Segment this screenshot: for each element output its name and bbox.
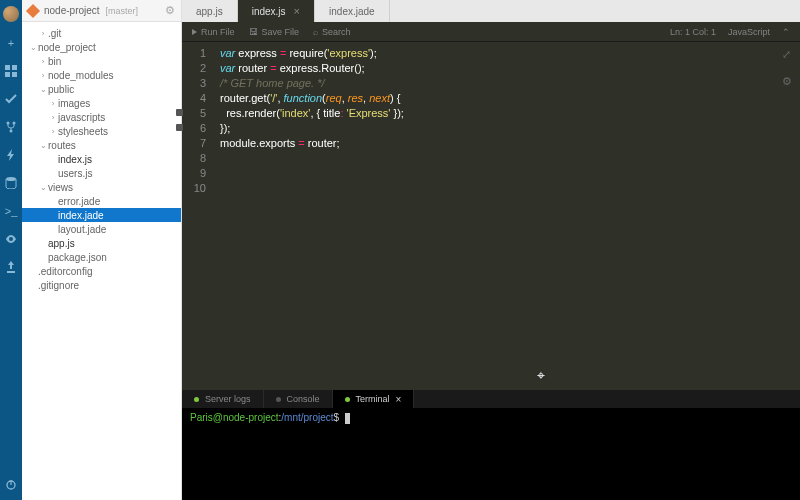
grid-icon[interactable] bbox=[4, 64, 18, 78]
tree-item[interactable]: package.json bbox=[22, 250, 181, 264]
chevron-up-icon[interactable]: ⌃ bbox=[782, 27, 790, 37]
eye-icon[interactable] bbox=[4, 232, 18, 246]
svg-rect-0 bbox=[5, 65, 10, 70]
tree-item[interactable]: .editorconfig bbox=[22, 264, 181, 278]
save-icon: 🖫 bbox=[249, 27, 258, 37]
tree-item[interactable]: ⌄routes bbox=[22, 138, 181, 152]
gutter: 12345678910 bbox=[182, 42, 212, 390]
terminal-cursor bbox=[345, 413, 350, 424]
tree-item[interactable]: ⌄public bbox=[22, 82, 181, 96]
tab[interactable]: index.js× bbox=[238, 0, 315, 22]
search-button[interactable]: ⌕Search bbox=[313, 27, 351, 37]
terminal-output[interactable]: Paris@node-project:/mnt/project$ bbox=[182, 408, 800, 500]
tree-item[interactable]: ›stylesheets bbox=[22, 124, 181, 138]
terminal-host: Paris@node-project bbox=[190, 412, 279, 423]
branch-name: [master] bbox=[106, 6, 139, 16]
tree-item[interactable]: ›bin bbox=[22, 54, 181, 68]
expand-icon[interactable]: ⤢ bbox=[782, 48, 792, 61]
svg-point-7 bbox=[6, 177, 16, 181]
editor-toolbar: Run File 🖫Save File ⌕Search Ln: 1 Col: 1… bbox=[182, 22, 800, 42]
activity-bar: + >_ bbox=[0, 0, 22, 500]
tree-item[interactable]: users.js bbox=[22, 166, 181, 180]
bottom-panel: Server logsConsoleTerminal× Paris@node-p… bbox=[182, 390, 800, 500]
save-button[interactable]: 🖫Save File bbox=[249, 27, 300, 37]
svg-rect-8 bbox=[7, 271, 15, 273]
tree-item[interactable]: index.jade bbox=[22, 208, 181, 222]
settings-icon[interactable]: ⚙ bbox=[782, 75, 792, 88]
play-icon bbox=[192, 29, 197, 35]
tree-item[interactable]: ›node_modules bbox=[22, 68, 181, 82]
search-icon: ⌕ bbox=[313, 27, 318, 37]
sidebar-header: node-project [master] ⚙ bbox=[22, 0, 181, 22]
file-explorer: node-project [master] ⚙ ›.git⌄node_proje… bbox=[22, 0, 182, 500]
tab[interactable]: index.jade bbox=[315, 0, 390, 22]
plus-icon[interactable]: + bbox=[4, 36, 18, 50]
bolt-icon[interactable] bbox=[4, 148, 18, 162]
check-icon[interactable] bbox=[4, 92, 18, 106]
tree-item[interactable]: app.js bbox=[22, 236, 181, 250]
tree-item[interactable]: layout.jade bbox=[22, 222, 181, 236]
close-icon[interactable]: × bbox=[396, 394, 402, 405]
panel-tabs: Server logsConsoleTerminal× bbox=[182, 390, 800, 408]
panel-tab[interactable]: Console bbox=[264, 390, 333, 408]
tree-item[interactable]: ⌄views bbox=[22, 180, 181, 194]
file-tree: ›.git⌄node_project›bin›node_modules⌄publ… bbox=[22, 22, 181, 500]
tree-item[interactable]: ›images bbox=[22, 96, 181, 110]
tree-item[interactable]: error.jade bbox=[22, 194, 181, 208]
svg-rect-3 bbox=[12, 72, 17, 77]
run-button[interactable]: Run File bbox=[192, 27, 235, 37]
cursor-position: Ln: 1 Col: 1 bbox=[670, 27, 716, 37]
svg-rect-10 bbox=[10, 480, 11, 485]
svg-rect-2 bbox=[5, 72, 10, 77]
tree-item[interactable]: ›.git bbox=[22, 26, 181, 40]
language-mode[interactable]: JavaScript bbox=[728, 27, 770, 37]
project-name: node-project bbox=[44, 5, 100, 16]
tree-item[interactable]: ›javascripts bbox=[22, 110, 181, 124]
fork-icon[interactable] bbox=[4, 120, 18, 134]
editor-tabs: app.jsindex.js×index.jade bbox=[182, 0, 800, 22]
power-icon[interactable] bbox=[4, 478, 18, 492]
close-icon[interactable]: × bbox=[294, 5, 300, 17]
terminal-icon[interactable]: >_ bbox=[4, 204, 18, 218]
project-icon bbox=[26, 3, 40, 17]
editor[interactable]: 12345678910 var express = require('expre… bbox=[182, 42, 800, 390]
terminal-path: /mnt/project bbox=[281, 412, 333, 423]
avatar[interactable] bbox=[3, 6, 19, 22]
gear-icon[interactable]: ⚙ bbox=[165, 4, 175, 17]
panel-tab[interactable]: Server logs bbox=[182, 390, 264, 408]
panel-tab[interactable]: Terminal× bbox=[333, 390, 415, 408]
deploy-icon[interactable] bbox=[4, 260, 18, 274]
tree-item[interactable]: ⌄node_project bbox=[22, 40, 181, 54]
tree-item[interactable]: index.js bbox=[22, 152, 181, 166]
tree-item[interactable]: .gitignore bbox=[22, 278, 181, 292]
svg-rect-1 bbox=[12, 65, 17, 70]
tab[interactable]: app.js bbox=[182, 0, 238, 22]
code-area[interactable]: var express = require('express');var rou… bbox=[212, 42, 800, 390]
db-icon[interactable] bbox=[4, 176, 18, 190]
